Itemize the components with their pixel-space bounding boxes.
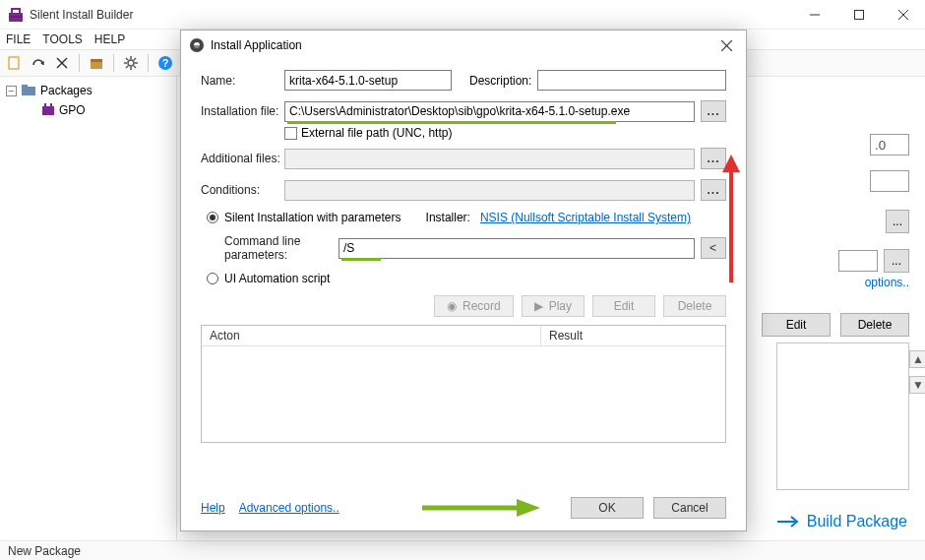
tree-root-label: Packages [40,84,92,97]
menu-tools[interactable]: TOOLS [42,32,82,46]
external-path-label: External file path (UNC, http) [301,126,452,140]
svg-rect-9 [9,57,19,69]
close-button[interactable] [881,0,925,29]
installer-type-link[interactable]: NSIS (Nullsoft Scriptable Install System… [480,211,691,224]
move-up-button[interactable]: ▲ [909,350,925,368]
tree-child-label: GPO [59,103,86,117]
ui-automation-label: UI Automation script [224,272,330,285]
build-package-link[interactable]: Build Package [777,513,907,530]
record-button[interactable]: ◉Record [434,295,514,317]
ui-automation-radio-row[interactable]: UI Automation script [207,272,726,285]
svg-point-14 [128,60,134,66]
svg-line-21 [134,58,136,60]
toolbar-separator [79,54,80,72]
main-titlebar: Silent Install Builder [0,0,925,30]
name-input[interactable] [284,70,452,91]
result-column-header[interactable]: Result [541,326,590,345]
bg-field-2[interactable] [838,250,878,272]
install-application-dialog: Install Application Name: Description: I… [180,30,747,531]
move-down-button[interactable]: ▼ [909,376,925,394]
cmd-params-button[interactable]: < [701,237,726,259]
bg-browse-2[interactable]: ... [884,249,909,273]
redo-icon[interactable] [30,54,47,72]
name-label: Name: [201,74,284,88]
svg-rect-29 [50,103,52,106]
additional-files-input[interactable] [284,149,695,169]
description-label: Description: [469,74,531,88]
edit-button[interactable]: Edit [592,295,655,317]
status-text: New Package [8,544,81,558]
play-icon: ▶ [534,299,543,313]
checkbox-icon[interactable] [284,127,297,140]
dialog-titlebar: Install Application [181,31,746,60]
menu-help[interactable]: HELP [94,32,125,46]
edit-button-bg[interactable]: Edit [762,313,831,337]
options-link[interactable]: options.. [865,276,909,289]
svg-line-22 [126,66,128,68]
dialog-footer: Help Advanced options.. OK Cancel [181,485,746,530]
minimize-button[interactable] [792,0,836,29]
browse-additional-files-button[interactable]: ... [701,148,726,169]
tree-pane: − Packages GPO [0,77,177,540]
play-button[interactable]: ▶Play [522,295,585,317]
browse-conditions-button[interactable]: ... [701,179,726,201]
cancel-button[interactable]: Cancel [653,497,726,519]
svg-rect-13 [91,59,102,62]
browse-installation-file-button[interactable]: ... [701,100,726,122]
record-icon: ◉ [447,299,457,313]
app-icon [8,7,24,23]
ok-button[interactable]: OK [571,497,644,519]
bg-browse-1[interactable]: ... [886,210,909,233]
installer-label: Installer: [426,211,470,224]
installation-file-input[interactable] [284,101,695,122]
statusbar: New Package [0,540,925,560]
advanced-options-link[interactable]: Advanced options.. [239,501,339,515]
svg-rect-27 [42,106,54,115]
description-input[interactable] [537,70,726,91]
radio-selected-icon[interactable] [207,212,218,223]
dialog-close-button[interactable] [714,33,738,57]
bg-field-1[interactable] [870,170,909,192]
tree-child[interactable]: GPO [6,100,170,120]
cmd-params-input[interactable] [339,238,695,259]
svg-rect-3 [11,8,21,10]
help-link[interactable]: Help [201,501,225,515]
action-grid: Acton Result [201,325,726,443]
svg-text:?: ? [162,57,169,69]
folder-icon [21,83,36,99]
tree-root[interactable]: − Packages [6,81,170,100]
radio-unselected-icon[interactable] [207,273,218,284]
svg-rect-28 [44,103,46,106]
conditions-label: Conditions: [201,183,284,197]
package-icon [41,102,55,119]
action-column-header[interactable]: Acton [202,326,541,345]
svg-rect-26 [22,85,28,88]
svg-line-19 [126,58,128,60]
install-file-label: Installation file: [201,104,284,118]
toolbar-separator [148,54,149,72]
dialog-icon [189,37,205,53]
gear-icon[interactable] [122,54,140,72]
package-icon[interactable] [88,54,105,72]
svg-rect-25 [22,87,35,95]
svg-rect-6 [854,10,863,19]
version-field[interactable] [870,134,909,156]
collapse-icon[interactable]: − [6,86,17,96]
help-icon[interactable]: ? [156,54,174,72]
delete-button[interactable]: Delete [663,295,726,317]
bg-list [776,342,909,490]
app-title: Silent Install Builder [30,8,133,22]
svg-rect-1 [11,10,13,13]
silent-install-radio-row[interactable]: Silent Installation with parameters Inst… [207,211,726,224]
conditions-input[interactable] [284,180,695,201]
delete-button-bg[interactable]: Delete [840,313,909,337]
delete-icon[interactable] [53,54,71,72]
new-icon[interactable] [6,54,24,72]
dialog-title: Install Application [211,38,302,52]
maximize-button[interactable] [836,0,881,29]
menu-file[interactable]: FILE [6,32,31,46]
silent-install-label: Silent Installation with parameters [224,211,401,224]
external-path-checkbox-row[interactable]: External file path (UNC, http) [284,126,726,140]
svg-rect-2 [19,10,21,13]
annotation-green-arrow [422,498,540,518]
